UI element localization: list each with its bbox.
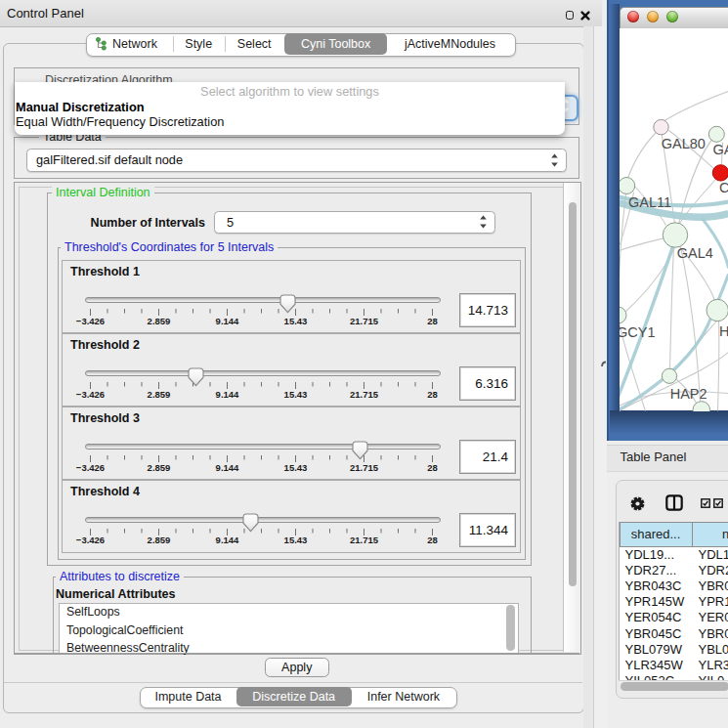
svg-text:GCY1: GCY1	[620, 324, 656, 340]
svg-text:C: C	[719, 179, 728, 194]
svg-text:H: H	[719, 322, 728, 338]
svg-text:GA: GA	[712, 141, 728, 156]
svg-text:GAL80: GAL80	[661, 135, 705, 150]
svg-text:HAP2: HAP2	[669, 385, 707, 401]
svg-text:GAL4: GAL4	[676, 244, 712, 260]
svg-text:GAL11: GAL11	[628, 193, 671, 209]
